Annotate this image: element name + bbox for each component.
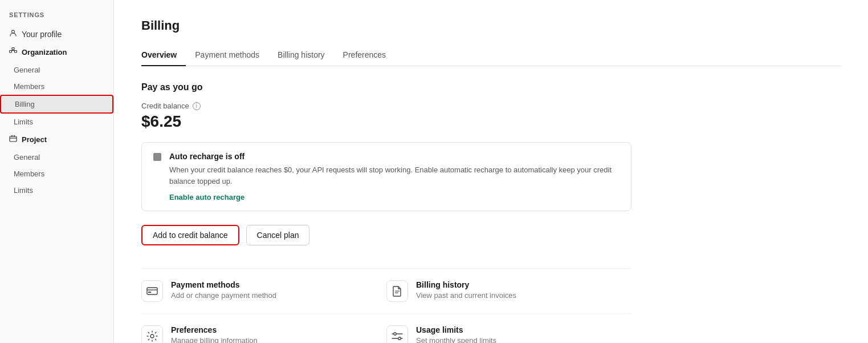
sidebar-item-limits-proj[interactable]: Limits (0, 182, 113, 199)
info-icon[interactable]: i (193, 102, 201, 110)
sidebar-item-label: General (14, 153, 40, 162)
tab-preferences[interactable]: Preferences (334, 45, 395, 66)
sidebar-item-label: Members (14, 82, 44, 91)
billing-history-desc: View past and current invoices (416, 291, 516, 300)
svg-rect-8 (147, 288, 157, 294)
sidebar-item-limits-org[interactable]: Limits (0, 114, 113, 130)
usage-limits-desc: Set monthly spend limits (416, 336, 496, 343)
preferences-title: Preferences (171, 325, 258, 334)
section-title: Pay as you go (141, 82, 841, 92)
payment-methods-desc: Add or change payment method (171, 291, 276, 300)
document-icon (393, 285, 402, 297)
org-icon (9, 47, 17, 57)
enable-auto-recharge-link[interactable]: Enable auto recharge (169, 193, 244, 201)
card-icon-wrapper (141, 280, 163, 302)
recharge-checkbox[interactable] (153, 153, 161, 161)
sidebar-item-label: Your profile (22, 30, 62, 39)
tab-payment-methods[interactable]: Payment methods (186, 45, 268, 66)
tab-overview[interactable]: Overview (141, 45, 186, 66)
gear-icon-wrapper (141, 325, 163, 343)
svg-point-13 (150, 334, 154, 338)
billing-history-card[interactable]: Billing history View past and current in… (386, 268, 631, 313)
billing-cards-grid: Payment methods Add or change payment me… (141, 268, 631, 343)
svg-rect-1 (12, 48, 14, 50)
sidebar: SETTINGS Your profile (0, 0, 114, 343)
project-icon (9, 135, 17, 144)
gear-icon (146, 330, 158, 342)
sidebar-item-label: Limits (14, 186, 33, 195)
svg-rect-6 (10, 136, 17, 142)
auto-recharge-box: Auto recharge is off When your credit ba… (141, 142, 631, 211)
credit-value: $6.25 (141, 112, 841, 131)
recharge-title: Auto recharge is off (169, 152, 620, 161)
sidebar-item-your-profile[interactable]: Your profile (0, 25, 113, 43)
action-buttons: Add to credit balance Cancel plan (141, 225, 841, 245)
tabs-bar: Overview Payment methods Billing history… (141, 45, 841, 66)
sidebar-item-label: Members (14, 170, 44, 178)
sidebar-item-members-org[interactable]: Members (0, 78, 113, 95)
main-content: Billing Overview Payment methods Billing… (114, 0, 868, 343)
sliders-icon-wrapper (386, 325, 408, 343)
svg-rect-10 (148, 292, 151, 293)
document-icon-wrapper (386, 280, 408, 302)
credit-label: Credit balance i (141, 102, 841, 110)
add-credit-balance-button[interactable]: Add to credit balance (141, 225, 239, 245)
preferences-card[interactable]: Preferences Manage billing information (141, 313, 386, 343)
usage-limits-card[interactable]: Usage limits Set monthly spend limits (386, 313, 631, 343)
sidebar-item-general-org[interactable]: General (0, 62, 113, 78)
usage-limits-title: Usage limits (416, 325, 496, 334)
recharge-description: When your credit balance reaches $0, you… (169, 164, 620, 187)
sidebar-item-label: Limits (14, 118, 33, 126)
page-title: Billing (141, 18, 841, 33)
sidebar-item-label: Billing (15, 100, 35, 108)
settings-label: SETTINGS (0, 11, 113, 25)
payment-methods-card[interactable]: Payment methods Add or change payment me… (141, 268, 386, 313)
cancel-plan-button[interactable]: Cancel plan (246, 225, 310, 245)
sidebar-item-billing[interactable]: Billing (0, 95, 113, 114)
card-icon (146, 286, 158, 296)
svg-point-16 (394, 333, 396, 335)
billing-history-title: Billing history (416, 280, 516, 289)
payment-methods-title: Payment methods (171, 280, 276, 289)
person-icon (9, 29, 17, 39)
sidebar-item-general-proj[interactable]: General (0, 149, 113, 166)
sidebar-item-label: General (14, 66, 40, 74)
tab-billing-history[interactable]: Billing history (268, 45, 333, 66)
sidebar-group-organization: Organization (0, 43, 113, 62)
sidebar-item-members-proj[interactable]: Members (0, 166, 113, 182)
sidebar-group-project: Project (0, 130, 113, 149)
svg-point-17 (398, 337, 401, 340)
svg-point-0 (12, 30, 15, 33)
sliders-icon (392, 332, 403, 341)
preferences-desc: Manage billing information (171, 336, 258, 343)
